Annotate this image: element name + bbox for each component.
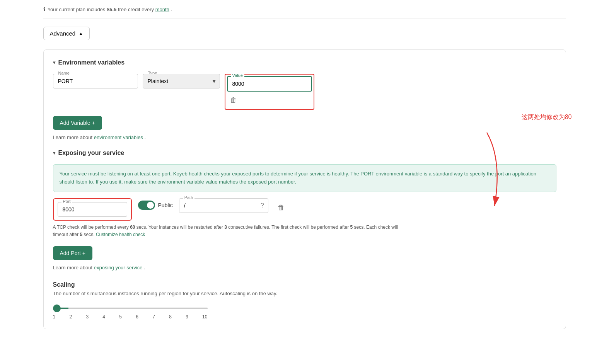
type-select[interactable]: Plaintext Secret — [143, 74, 220, 88]
slider-label-10: 10 — [202, 314, 207, 320]
scaling-desc: The number of simultaneous instances run… — [53, 291, 556, 296]
port-field-group: Port — [58, 202, 127, 217]
main-section-card: ▾ Environment variables Name Type Plaint… — [43, 49, 566, 329]
env-chevron-icon: ▾ — [53, 60, 55, 65]
path-help-icon[interactable]: ? — [257, 202, 268, 209]
toggle-label: Public — [158, 202, 173, 208]
env-variables-section: ▾ Environment variables Name Type Plaint… — [53, 59, 556, 140]
delete-env-button[interactable]: 🗑 — [227, 93, 240, 107]
slider-labels: 1 2 3 4 5 6 7 8 9 10 — [53, 314, 208, 320]
slider-label-9: 9 — [186, 314, 188, 320]
annotation-text: 这两处均修改为80 — [522, 113, 572, 121]
info-icon: ℹ — [43, 6, 45, 12]
type-select-wrapper: Plaintext Secret ▼ — [143, 74, 220, 88]
credit-amount: $5.5 — [107, 7, 116, 12]
slider-label-3: 3 — [86, 314, 89, 320]
slider-row: 1 2 3 4 5 6 7 8 9 10 — [53, 304, 556, 320]
path-input[interactable] — [179, 199, 257, 213]
customize-health-link[interactable]: Customize health check — [96, 232, 145, 237]
slider-label-6: 6 — [136, 314, 138, 320]
value-field-group: Value — [227, 76, 312, 92]
health-check-text: A TCP check will be performed every 60 s… — [53, 224, 401, 238]
notice-text: Your current plan includes $5.5 free cre… — [48, 7, 172, 12]
env-learn-more-link[interactable]: environment variables — [94, 134, 143, 140]
expose-info-text: Your service must be listening on at lea… — [60, 171, 537, 185]
expose-info-box: Your service must be listening on at lea… — [53, 164, 556, 192]
env-variable-row: Name Type Plaintext Secret ▼ — [53, 74, 556, 110]
slider-label-7: 7 — [152, 314, 155, 320]
env-section-header[interactable]: ▾ Environment variables — [53, 59, 556, 66]
slider-label-4: 4 — [102, 314, 105, 320]
expose-section-title: Exposing your service — [58, 150, 125, 156]
slider-label-2: 2 — [69, 314, 72, 320]
name-input[interactable] — [53, 74, 138, 88]
name-label: Name — [57, 71, 71, 75]
add-variable-label: Add Variable + — [60, 120, 95, 126]
path-input-wrapper: ? — [179, 198, 268, 213]
env-learn-more: Learn more about environment variables . — [53, 134, 556, 140]
add-variable-button[interactable]: Add Variable + — [53, 116, 102, 130]
expose-section-header[interactable]: ▾ Exposing your service — [53, 150, 556, 156]
advanced-button[interactable]: Advanced ▲ — [43, 27, 90, 40]
path-label: Path — [183, 195, 195, 200]
month-link[interactable]: month — [155, 7, 169, 12]
public-toggle[interactable] — [138, 201, 155, 210]
name-field-group: Name — [53, 74, 138, 88]
add-port-button[interactable]: Add Port + — [53, 246, 93, 260]
port-label: Port — [61, 199, 72, 204]
slider-label-8: 8 — [169, 314, 172, 320]
port-row: Port Public Path ? — [53, 198, 556, 221]
value-red-outline: Value 🗑 — [225, 74, 314, 110]
value-input[interactable] — [227, 76, 312, 92]
path-field-group: Path ? — [179, 198, 268, 213]
advanced-label: Advanced — [50, 30, 76, 37]
env-section-title: Environment variables — [58, 59, 125, 66]
expose-service-section: ▾ Exposing your service Your service mus… — [53, 150, 556, 270]
health-val1: 60 — [130, 225, 135, 230]
delete-port-button[interactable]: 🗑 — [275, 201, 288, 215]
scaling-slider[interactable] — [53, 308, 208, 309]
value-label: Value — [231, 73, 244, 78]
advanced-chevron-icon: ▲ — [78, 31, 83, 36]
expose-learn-more: Learn more about exposing your service . — [53, 265, 556, 270]
scaling-section: Scaling The number of simultaneous insta… — [53, 281, 556, 320]
slider-label-5: 5 — [119, 314, 122, 320]
top-notice: ℹ Your current plan includes $5.5 free c… — [43, 6, 566, 19]
expose-chevron-icon: ▾ — [53, 150, 55, 156]
type-field-group: Type Plaintext Secret ▼ — [143, 74, 220, 88]
expose-learn-more-link[interactable]: exposing your service — [94, 265, 143, 270]
scaling-title: Scaling — [53, 281, 556, 288]
port-red-box: Port — [53, 198, 132, 221]
toggle-public-wrapper: Public — [138, 201, 173, 210]
add-port-label: Add Port + — [60, 250, 86, 256]
port-input[interactable] — [58, 202, 127, 217]
slider-label-1: 1 — [53, 314, 56, 320]
health-val2: 3 — [224, 225, 227, 230]
slider-wrapper — [53, 304, 208, 310]
